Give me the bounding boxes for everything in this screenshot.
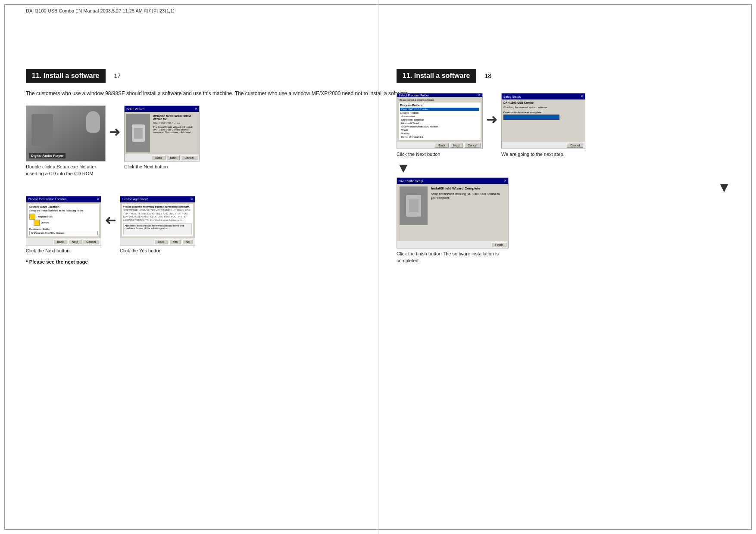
right-section-title-bar: 11. Install a software bbox=[397, 69, 476, 83]
right-caption-2: We are going to the next step. bbox=[501, 151, 585, 158]
folder-body: Select Folder Location Setup will instal… bbox=[26, 202, 101, 238]
status-body: DAH 1100 USB Combo Checking for required… bbox=[502, 99, 585, 142]
cancel-btn-r2[interactable]: Cancel bbox=[567, 143, 583, 148]
screenshot-item-4: License Agreement ✕ Please read the foll… bbox=[120, 196, 195, 254]
right-screenshot-item-2: Setup Status ✕ DAH 1100 USB Combo Checki… bbox=[501, 93, 585, 158]
cancel-btn[interactable]: Cancel bbox=[181, 155, 197, 160]
complete-footer: Finish bbox=[397, 241, 508, 248]
status-footer: Cancel bbox=[502, 142, 585, 149]
right-caption-3: Click the finish button The software ins… bbox=[397, 251, 509, 264]
selfolder-footer: Back Next Cancel bbox=[397, 142, 482, 149]
wizard-body: Welcome to the InstallShield Wizard for … bbox=[125, 112, 199, 154]
caption-3: Click the Next button bbox=[26, 248, 101, 254]
right-complete-row: DAI Combo Setup ✕ InstallShield Wizard C… bbox=[397, 177, 739, 264]
selfolder-titlebar: Select Program Folder ✕ bbox=[397, 93, 482, 97]
no-btn[interactable]: No bbox=[182, 239, 193, 244]
screenshot-wizard: Setup Wizard ✕ Welcome to the InstallSh bbox=[124, 106, 200, 161]
folder-titlebar: Choose Destination Location ✕ bbox=[26, 196, 101, 202]
screenshot-license: License Agreement ✕ Please read the foll… bbox=[120, 196, 195, 245]
back-btn-r1[interactable]: Back bbox=[435, 143, 449, 148]
right-screenshot-item-3: DAI Combo Setup ✕ InstallShield Wizard C… bbox=[397, 177, 509, 264]
screenshot-select-folder: Select Program Folder ✕ Please select a … bbox=[397, 93, 483, 149]
next-btn[interactable]: Next bbox=[167, 155, 180, 160]
wizard-footer: Back Next Cancel bbox=[125, 154, 199, 161]
right-screenshot-item-1: Select Program Folder ✕ Please select a … bbox=[397, 93, 483, 158]
back-btn-2[interactable]: Back bbox=[53, 239, 67, 244]
screenshot-digital-player: Digital Audio Player bbox=[26, 106, 106, 161]
screenshot-item-3: Choose Destination Location ✕ Select Fol… bbox=[26, 196, 101, 254]
folder-footer: Back Next Cancel bbox=[26, 238, 101, 245]
complete-titlebar: DAI Combo Setup ✕ bbox=[397, 178, 508, 184]
arrow-left-1: ➜ bbox=[105, 213, 116, 227]
left-section-title-bar: 11. Install a software bbox=[26, 69, 106, 83]
right-page-number: 18 bbox=[485, 72, 492, 79]
back-btn[interactable]: Back bbox=[152, 155, 166, 160]
right-caption-1: Click the Next button bbox=[397, 151, 483, 158]
left-page-number: 17 bbox=[114, 72, 121, 79]
right-page: 11. Install a software 18 Select Program… bbox=[397, 69, 739, 264]
next-btn-2[interactable]: Next bbox=[69, 239, 81, 244]
caption-2: Click the Next button bbox=[124, 164, 200, 170]
license-footer: Back Yes No bbox=[120, 238, 195, 245]
arrow-right-1: ➜ bbox=[109, 125, 121, 139]
right-top-row: Select Program Folder ✕ Please select a … bbox=[397, 93, 739, 158]
next-btn-r1[interactable]: Next bbox=[450, 143, 463, 148]
arrow-right-r1: ➜ bbox=[486, 112, 498, 126]
selfolder-body: Please select a program folder. Program … bbox=[397, 97, 482, 142]
screenshot-item-2: Setup Wizard ✕ Welcome to the InstallSh bbox=[124, 106, 200, 170]
license-titlebar: License Agreement ✕ bbox=[120, 196, 195, 202]
arrow-down-right: ▼ bbox=[397, 161, 739, 175]
screenshot-complete: DAI Combo Setup ✕ InstallShield Wizard C… bbox=[397, 177, 509, 248]
status-titlebar: Setup Status ✕ bbox=[502, 93, 585, 99]
screenshot-folder: Choose Destination Location ✕ Select Fol… bbox=[26, 196, 101, 245]
screenshot-setup-status: Setup Status ✕ DAH 1100 USB Combo Checki… bbox=[501, 93, 585, 149]
finish-btn[interactable]: Finish bbox=[491, 242, 506, 247]
yes-btn[interactable]: Yes bbox=[169, 239, 181, 244]
complete-body: InstallShield Wizard Complete Setup has … bbox=[397, 184, 508, 241]
caption-1: Double click a Setup.exe file after inse… bbox=[26, 164, 106, 177]
wizard-titlebar: Setup Wizard ✕ bbox=[125, 106, 199, 112]
right-header-wrapper: 11. Install a software 18 bbox=[397, 69, 739, 83]
license-body: Please read the following license agreem… bbox=[120, 202, 195, 238]
cancel-btn-r1[interactable]: Cancel bbox=[464, 143, 481, 148]
screenshot-item-1: Digital Audio Player Double click a Setu… bbox=[26, 106, 106, 177]
back-btn-3[interactable]: Back bbox=[154, 239, 168, 244]
cancel-btn-2[interactable]: Cancel bbox=[83, 239, 99, 244]
caption-4: Click the Yes button bbox=[120, 248, 195, 254]
